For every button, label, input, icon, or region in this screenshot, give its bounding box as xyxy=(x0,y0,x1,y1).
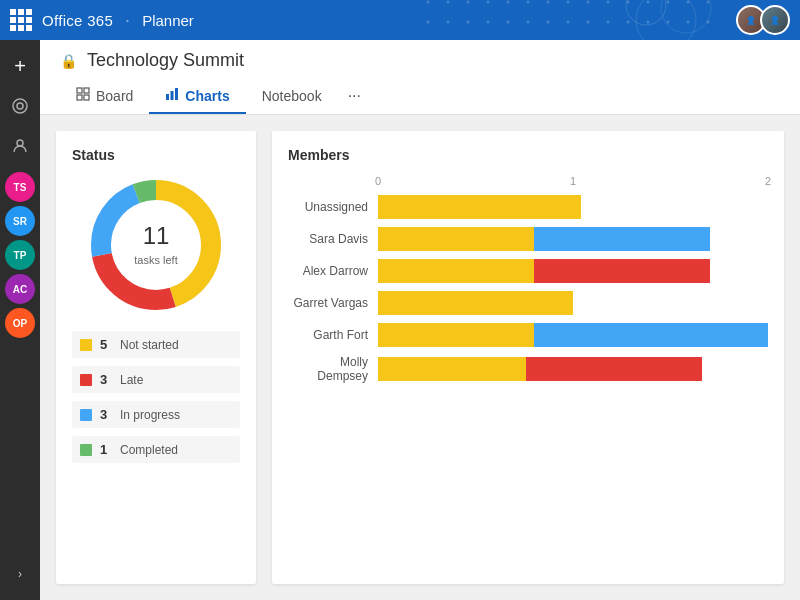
legend-color-completed xyxy=(80,444,92,456)
bar-in-progress xyxy=(534,323,768,347)
bar-track xyxy=(378,291,768,315)
nav-sr-label: SR xyxy=(13,216,27,227)
bar-not-started xyxy=(378,227,534,251)
nav-chevron-icon[interactable]: › xyxy=(2,556,38,592)
nav-ac[interactable]: AC xyxy=(5,274,35,304)
bar-not-started xyxy=(378,323,534,347)
nav-tp[interactable]: TP xyxy=(5,240,35,270)
legend-count-in-progress: 3 xyxy=(100,407,112,422)
axis-label-1: 1 xyxy=(570,175,576,187)
table-row: Sara Davis xyxy=(288,227,768,251)
member-label: Sara Davis xyxy=(288,232,378,246)
bar-chart: 0 1 2 Unassigned Sara Davi xyxy=(288,175,768,383)
members-card: Members 0 1 2 Unassigned xyxy=(272,131,784,584)
dot-pattern xyxy=(204,0,726,40)
axis-label-0: 0 xyxy=(375,175,381,187)
member-label: Unassigned xyxy=(288,200,378,214)
nav-tp-label: TP xyxy=(14,250,27,261)
svg-rect-11 xyxy=(84,95,89,100)
bar-track xyxy=(378,323,768,347)
bar-late xyxy=(526,357,702,381)
legend-text-completed: Completed xyxy=(120,443,178,457)
tab-charts[interactable]: Charts xyxy=(149,79,245,114)
office365-label: Office 365 xyxy=(42,12,113,29)
tab-more[interactable]: ··· xyxy=(338,79,371,114)
nav-ac-label: AC xyxy=(13,284,27,295)
svg-point-6 xyxy=(17,103,23,109)
top-bar: Office 365 · Planner 👤 👤 xyxy=(0,0,800,40)
status-title: Status xyxy=(72,147,240,163)
donut-number: 11 xyxy=(134,222,177,250)
legend-count-not-started: 5 xyxy=(100,337,112,352)
tab-board[interactable]: Board xyxy=(60,79,149,114)
legend-count-completed: 1 xyxy=(100,442,112,457)
legend-item-late: 3 Late xyxy=(72,366,240,393)
status-legend: 5 Not started 3 Late 3 In progress xyxy=(72,331,240,463)
nav-op[interactable]: OP xyxy=(5,308,35,338)
legend-text-in-progress: In progress xyxy=(120,408,180,422)
app-label: Planner xyxy=(142,12,194,29)
bar-track xyxy=(378,259,768,283)
nav-person-icon[interactable] xyxy=(2,128,38,164)
bar-axis: 0 1 2 xyxy=(288,175,768,189)
nav-add-icon[interactable]: + xyxy=(2,48,38,84)
avatar-2[interactable]: 👤 xyxy=(760,5,790,35)
legend-text-not-started: Not started xyxy=(120,338,179,352)
bar-not-started xyxy=(378,195,581,219)
donut-chart: 11 tasks left xyxy=(86,175,226,315)
bar-not-started xyxy=(378,259,534,283)
bar-track xyxy=(378,227,768,251)
nav-ts[interactable]: TS xyxy=(5,172,35,202)
svg-rect-9 xyxy=(84,88,89,93)
bar-in-progress xyxy=(534,227,710,251)
board-tab-icon xyxy=(76,87,90,104)
member-label: Alex Darrow xyxy=(288,264,378,278)
member-label: Molly Dempsey xyxy=(288,355,378,383)
axis-label-2: 2 xyxy=(765,175,771,187)
member-label: Garth Fort xyxy=(288,328,378,342)
axis-labels: 0 1 2 xyxy=(378,175,768,189)
main-layout: + TS SR TP AC OP › xyxy=(0,40,800,600)
svg-rect-12 xyxy=(166,94,169,100)
legend-item-completed: 1 Completed xyxy=(72,436,240,463)
separator: · xyxy=(125,10,130,31)
svg-rect-1 xyxy=(426,0,726,40)
legend-count-late: 3 xyxy=(100,372,112,387)
nav-op-label: OP xyxy=(13,318,27,329)
project-title: Technology Summit xyxy=(87,50,244,71)
charts-tab-icon xyxy=(165,87,179,104)
nav-ts-label: TS xyxy=(14,182,27,193)
legend-item-in-progress: 3 In progress xyxy=(72,401,240,428)
project-header: 🔒 Technology Summit Board xyxy=(40,40,800,115)
table-row: Unassigned xyxy=(288,195,768,219)
legend-item-not-started: 5 Not started xyxy=(72,331,240,358)
nav-sr[interactable]: SR xyxy=(5,206,35,236)
donut-center: 11 tasks left xyxy=(134,222,177,268)
svg-rect-10 xyxy=(77,95,82,100)
legend-color-late xyxy=(80,374,92,386)
lock-icon: 🔒 xyxy=(60,53,77,69)
legend-text-late: Late xyxy=(120,373,143,387)
svg-rect-13 xyxy=(171,91,174,100)
legend-color-in-progress xyxy=(80,409,92,421)
member-label: Garret Vargas xyxy=(288,296,378,310)
table-row: Molly Dempsey xyxy=(288,355,768,383)
tab-notebook[interactable]: Notebook xyxy=(246,79,338,114)
charts-area: Status xyxy=(40,115,800,600)
status-card: Status xyxy=(56,131,256,584)
bar-not-started xyxy=(378,291,573,315)
waffle-icon[interactable] xyxy=(10,9,32,31)
members-title: Members xyxy=(288,147,768,163)
table-row: Garret Vargas xyxy=(288,291,768,315)
svg-rect-14 xyxy=(175,88,178,100)
table-row: Garth Fort xyxy=(288,323,768,347)
svg-point-7 xyxy=(17,140,23,146)
left-nav: + TS SR TP AC OP › xyxy=(0,40,40,600)
tab-notebook-label: Notebook xyxy=(262,88,322,104)
bar-track xyxy=(378,357,768,381)
svg-point-5 xyxy=(13,99,27,113)
main-content: 🔒 Technology Summit Board xyxy=(40,40,800,600)
tab-charts-label: Charts xyxy=(185,88,229,104)
nav-home-icon[interactable] xyxy=(2,88,38,124)
legend-color-not-started xyxy=(80,339,92,351)
